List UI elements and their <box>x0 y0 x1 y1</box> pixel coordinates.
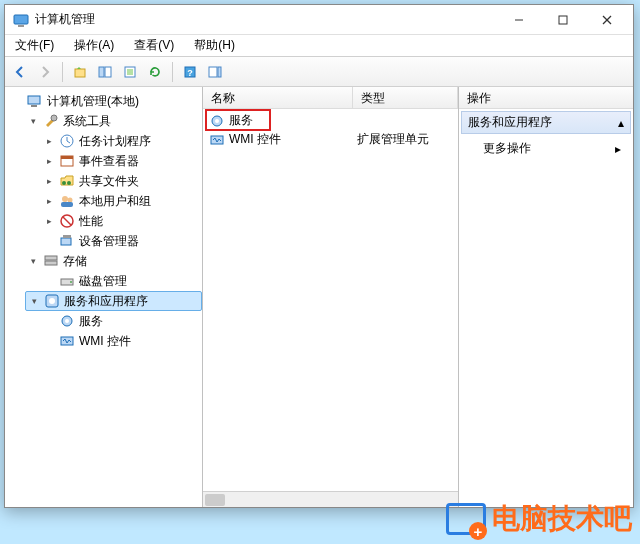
chevron-down-icon[interactable]: ▾ <box>28 295 40 307</box>
performance-icon <box>59 213 75 229</box>
show-hide-tree-button[interactable] <box>94 61 116 83</box>
tree-node-system-tools[interactable]: ▾ 系统工具 <box>25 111 202 131</box>
horizontal-scrollbar[interactable] <box>203 491 458 507</box>
list-pane: 名称 类型 服务 WMI 控件 扩展管理单元 <box>203 87 459 507</box>
refresh-button[interactable] <box>144 61 166 83</box>
tree-node-label: 系统工具 <box>63 113 111 130</box>
clock-icon <box>59 133 75 149</box>
actions-pane: 操作 服务和应用程序 ▴ 更多操作 ▸ <box>459 87 633 507</box>
svg-rect-15 <box>209 67 217 77</box>
tree-node-label: 事件查看器 <box>79 153 139 170</box>
tree-node-storage[interactable]: ▾ 存储 <box>25 251 202 271</box>
close-button[interactable] <box>585 6 629 34</box>
svg-point-42 <box>215 119 219 123</box>
app-icon <box>13 12 29 28</box>
tree-node-label: 计算机管理(本地) <box>47 93 139 110</box>
back-button[interactable] <box>9 61 31 83</box>
tree-node-services[interactable]: 服务 <box>41 311 202 331</box>
chevron-down-icon[interactable]: ▾ <box>27 255 39 267</box>
svg-rect-16 <box>218 67 221 77</box>
list-row-services[interactable]: 服务 <box>203 111 458 130</box>
menu-action[interactable]: 操作(A) <box>70 35 118 56</box>
tree-node-local-users[interactable]: ▸ 本地用户和组 <box>41 191 202 211</box>
chevron-right-icon: ▸ <box>615 142 621 156</box>
list-cell-name: 服务 <box>229 112 253 129</box>
tree-node-shared-folders[interactable]: ▸ 共享文件夹 <box>41 171 202 191</box>
users-icon <box>59 193 75 209</box>
list-row-wmi[interactable]: WMI 控件 扩展管理单元 <box>203 130 458 149</box>
toolbar-separator <box>62 62 63 82</box>
svg-rect-32 <box>45 256 57 260</box>
titlebar: 计算机管理 <box>5 5 633 35</box>
tree-node-label: 设备管理器 <box>79 233 139 250</box>
column-header-name[interactable]: 名称 <box>203 87 353 108</box>
content-area: 计算机管理(本地) ▾ 系统工具 ▸ <box>5 87 633 507</box>
services-apps-icon <box>44 293 60 309</box>
toolbar: ? <box>5 57 633 87</box>
collapse-icon: ▴ <box>618 116 624 130</box>
chevron-down-icon[interactable]: ▾ <box>27 115 39 127</box>
tree-node-label: 服务 <box>79 313 103 330</box>
svg-rect-30 <box>61 238 71 245</box>
menubar: 文件(F) 操作(A) 查看(V) 帮助(H) <box>5 35 633 57</box>
chevron-right-icon[interactable]: ▸ <box>43 155 55 167</box>
tree-node-disk-management[interactable]: 磁盘管理 <box>41 271 202 291</box>
action-more[interactable]: 更多操作 ▸ <box>459 136 633 161</box>
tools-icon <box>43 113 59 129</box>
tree-node-label: 任务计划程序 <box>79 133 151 150</box>
svg-text:?: ? <box>187 68 193 78</box>
svg-rect-7 <box>99 67 104 77</box>
chevron-down-icon <box>11 95 23 107</box>
properties-button[interactable] <box>119 61 141 83</box>
tree-node-device-manager[interactable]: 设备管理器 <box>41 231 202 251</box>
menu-help[interactable]: 帮助(H) <box>190 35 239 56</box>
tree-node-wmi-control[interactable]: WMI 控件 <box>41 331 202 351</box>
tree-node-event-viewer[interactable]: ▸ 事件查看器 <box>41 151 202 171</box>
help-button[interactable]: ? <box>179 61 201 83</box>
device-icon <box>59 233 75 249</box>
svg-point-19 <box>51 115 57 121</box>
action-item-label: 更多操作 <box>483 140 531 157</box>
tree-pane[interactable]: 计算机管理(本地) ▾ 系统工具 ▸ <box>5 87 203 507</box>
svg-rect-17 <box>28 96 40 104</box>
gear-icon <box>209 113 225 129</box>
window-title: 计算机管理 <box>35 11 497 28</box>
tree-node-label: 磁盘管理 <box>79 273 127 290</box>
tree-node-label: WMI 控件 <box>79 333 131 350</box>
tree-node-performance[interactable]: ▸ 性能 <box>41 211 202 231</box>
actions-group-title: 服务和应用程序 <box>468 114 552 131</box>
minimize-button[interactable] <box>497 6 541 34</box>
svg-rect-33 <box>45 261 57 265</box>
forward-button[interactable] <box>34 61 56 83</box>
svg-point-26 <box>68 198 73 203</box>
svg-rect-6 <box>75 69 85 77</box>
tree-node-services-apps[interactable]: ▾ 服务和应用程序 <box>25 291 202 311</box>
maximize-button[interactable] <box>541 6 585 34</box>
list-header: 名称 类型 <box>203 87 458 109</box>
spacer <box>43 235 55 247</box>
up-button[interactable] <box>69 61 91 83</box>
computer-management-window: 计算机管理 文件(F) 操作(A) 查看(V) 帮助(H) <box>4 4 634 508</box>
tree-node-label: 存储 <box>63 253 87 270</box>
actions-group-header[interactable]: 服务和应用程序 ▴ <box>461 111 631 134</box>
chevron-right-icon[interactable]: ▸ <box>43 195 55 207</box>
column-header-type[interactable]: 类型 <box>353 87 458 108</box>
tree-node-root[interactable]: 计算机管理(本地) <box>9 91 202 111</box>
svg-rect-31 <box>63 235 71 238</box>
tree-node-label: 服务和应用程序 <box>64 293 148 310</box>
chevron-right-icon[interactable]: ▸ <box>43 215 55 227</box>
menu-view[interactable]: 查看(V) <box>130 35 178 56</box>
tree-node-task-scheduler[interactable]: ▸ 任务计划程序 <box>41 131 202 151</box>
menu-file[interactable]: 文件(F) <box>11 35 58 56</box>
svg-rect-0 <box>14 15 28 24</box>
svg-line-29 <box>63 217 71 225</box>
svg-point-24 <box>67 181 71 185</box>
event-icon <box>59 153 75 169</box>
scrollbar-thumb[interactable] <box>205 494 225 506</box>
svg-rect-27 <box>61 202 73 207</box>
chevron-right-icon[interactable]: ▸ <box>43 175 55 187</box>
svg-rect-3 <box>559 16 567 24</box>
chevron-right-icon[interactable]: ▸ <box>43 135 55 147</box>
list-body[interactable]: 服务 WMI 控件 扩展管理单元 <box>203 109 458 491</box>
show-hide-action-pane-button[interactable] <box>204 61 226 83</box>
